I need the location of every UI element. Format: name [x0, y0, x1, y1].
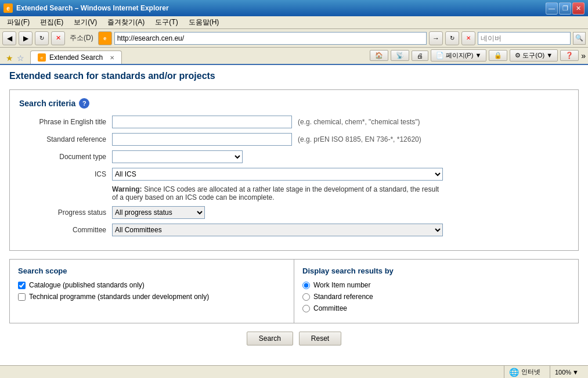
- search-criteria-label: Search criteria: [19, 99, 75, 108]
- zoom-value: 100%: [555, 369, 571, 376]
- page-button[interactable]: 📄 페이지(P) ▼: [431, 49, 487, 62]
- restore-button[interactable]: ❐: [559, 2, 571, 15]
- display-panel: Display search results by Work Item numb…: [294, 260, 578, 323]
- zoom-level: 100% ▼: [550, 366, 583, 379]
- address-input[interactable]: [114, 32, 427, 45]
- menu-bar: 파일(F) 편집(E) 보기(V) 즐겨찾기(A) 도구(T) 도움말(H): [0, 16, 588, 29]
- active-tab[interactable]: e Extended Search ✕: [30, 51, 122, 64]
- committee-radio-label: Committee: [313, 304, 347, 312]
- close-button[interactable]: ✕: [572, 2, 585, 15]
- zoom-dropdown-icon[interactable]: ▼: [572, 369, 579, 376]
- standard-ref-label: Standard reference: [19, 135, 112, 143]
- tab-toolbar-right: 🏠 📡 🖨 📄 페이지(P) ▼ 🔒 ⚙ 도구(O) ▼ ❓ »: [370, 49, 586, 64]
- window-title: Extended Search – Windows Internet Explo…: [16, 4, 542, 12]
- committee-label: Committee: [19, 226, 112, 234]
- menu-tools[interactable]: 도구(T): [150, 16, 182, 28]
- home-button[interactable]: 🏠: [370, 50, 388, 61]
- window-controls: — ❐ ✕: [546, 2, 585, 15]
- print-button[interactable]: 🖨: [412, 51, 428, 61]
- committee-select[interactable]: All Committees: [112, 224, 443, 236]
- internet-label: 인터넷: [521, 368, 540, 376]
- app-icon: e: [3, 3, 13, 13]
- help-btn2[interactable]: ❓: [560, 50, 579, 61]
- warning-prefix: Warning:: [112, 185, 142, 193]
- committee-radio[interactable]: [302, 305, 310, 312]
- standard-ref-row: Standard reference (e.g. prEN ISO 8185, …: [19, 133, 569, 146]
- technical-programme-row: Technical programme (standards under dev…: [18, 293, 286, 301]
- stop-btn2[interactable]: ✕: [461, 31, 475, 45]
- progress-status-label: Progress status: [19, 208, 112, 217]
- internet-zone: 🌐 인터넷: [504, 366, 545, 379]
- page-title: Extended search for standards and/or pro…: [9, 71, 579, 81]
- globe-icon: 🌐: [509, 368, 519, 377]
- phrase-row: Phrase in English title (e.g. chemical, …: [19, 116, 569, 128]
- tab-label: Extended Search: [49, 53, 103, 62]
- standard-ref-input[interactable]: [112, 133, 292, 146]
- search-criteria-box: Search criteria ? Phrase in English titl…: [9, 89, 579, 251]
- ics-label: ICS: [19, 170, 112, 178]
- catalogue-row: Catalogue (published standards only): [18, 281, 286, 289]
- safety-button[interactable]: 🔒: [489, 50, 507, 61]
- standard-ref-radio[interactable]: [302, 293, 310, 301]
- toolbar-expand[interactable]: »: [581, 51, 586, 60]
- ics-select[interactable]: All ICS: [112, 168, 443, 181]
- status-bar: 🌐 인터넷 100% ▼: [0, 365, 588, 378]
- forward-button[interactable]: ▶: [19, 31, 33, 45]
- work-item-row: Work Item number: [302, 281, 570, 289]
- ics-row: ICS All ICS: [19, 168, 569, 181]
- address-icon: e: [98, 31, 112, 45]
- search-input[interactable]: [478, 32, 571, 45]
- stop-button[interactable]: ✕: [51, 31, 65, 45]
- display-panel-title: Display search results by: [302, 267, 570, 275]
- main-content: Extended search for standards and/or pro…: [0, 65, 588, 365]
- committee-row: Committee All Committees: [19, 224, 569, 236]
- phrase-input[interactable]: [112, 116, 292, 128]
- menu-view[interactable]: 보기(V): [69, 16, 102, 28]
- address-bar: ◀ ▶ ↻ ✕ 주소(D) e → ↻ ✕ 🔍: [0, 29, 588, 48]
- menu-help[interactable]: 도움말(H): [184, 16, 224, 28]
- menu-edit[interactable]: 편집(E): [35, 16, 68, 28]
- tab-icon: e: [38, 53, 46, 62]
- committee-radio-row: Committee: [302, 304, 570, 312]
- document-type-select[interactable]: [112, 150, 243, 163]
- work-item-radio[interactable]: [302, 282, 310, 289]
- tools-button[interactable]: ⚙ 도구(O) ▼: [510, 49, 558, 62]
- document-type-row: Document type: [19, 150, 569, 163]
- add-favorites[interactable]: ☆: [17, 53, 24, 63]
- warning-text: Since ICS codes are allocated at a rathe…: [112, 185, 439, 201]
- bottom-panels: Search scope Catalogue (published standa…: [9, 259, 579, 323]
- standard-ref-radio-label: Standard reference: [313, 293, 373, 301]
- rss-button[interactable]: 📡: [391, 50, 409, 61]
- catalogue-checkbox[interactable]: [18, 282, 26, 289]
- address-label: 주소(D): [67, 33, 96, 43]
- progress-status-row: Progress status All progress status: [19, 206, 569, 219]
- scope-panel-title: Search scope: [18, 267, 286, 275]
- menu-file[interactable]: 파일(F): [2, 16, 34, 28]
- standard-ref-hint: (e.g. prEN ISO 8185, EN 736-*, *12620): [298, 135, 421, 143]
- search-go-button[interactable]: 🔍: [573, 32, 586, 45]
- refresh-button[interactable]: ↻: [35, 31, 49, 45]
- status-right: 🌐 인터넷 100% ▼: [504, 366, 586, 379]
- tab-close-icon[interactable]: ✕: [110, 55, 114, 61]
- standard-ref-radio-row: Standard reference: [302, 293, 570, 301]
- back-button[interactable]: ◀: [2, 31, 16, 45]
- action-buttons: Search Reset: [9, 332, 579, 345]
- ics-warning: Warning: Since ICS codes are allocated a…: [112, 185, 443, 201]
- search-button[interactable]: Search: [247, 332, 293, 345]
- technical-programme-checkbox[interactable]: [18, 293, 26, 301]
- menu-favorites[interactable]: 즐겨찾기(A): [103, 16, 149, 28]
- help-icon[interactable]: ?: [79, 98, 89, 109]
- refresh-btn2[interactable]: ↻: [445, 31, 459, 45]
- work-item-label: Work Item number: [313, 281, 370, 289]
- section-header: Search criteria ?: [19, 98, 569, 109]
- tab-bar: ★ ☆ e Extended Search ✕ 🏠 📡 🖨 📄 페이지(P) ▼…: [0, 48, 588, 65]
- scope-panel: Search scope Catalogue (published standa…: [10, 260, 294, 323]
- document-type-label: Document type: [19, 153, 112, 161]
- catalogue-label: Catalogue (published standards only): [29, 281, 145, 289]
- reset-button[interactable]: Reset: [299, 332, 341, 345]
- minimize-button[interactable]: —: [546, 2, 558, 15]
- phrase-label: Phrase in English title: [19, 118, 112, 126]
- go-button[interactable]: →: [429, 31, 443, 45]
- favorites-star[interactable]: ★: [6, 53, 13, 63]
- progress-status-select[interactable]: All progress status: [112, 206, 205, 219]
